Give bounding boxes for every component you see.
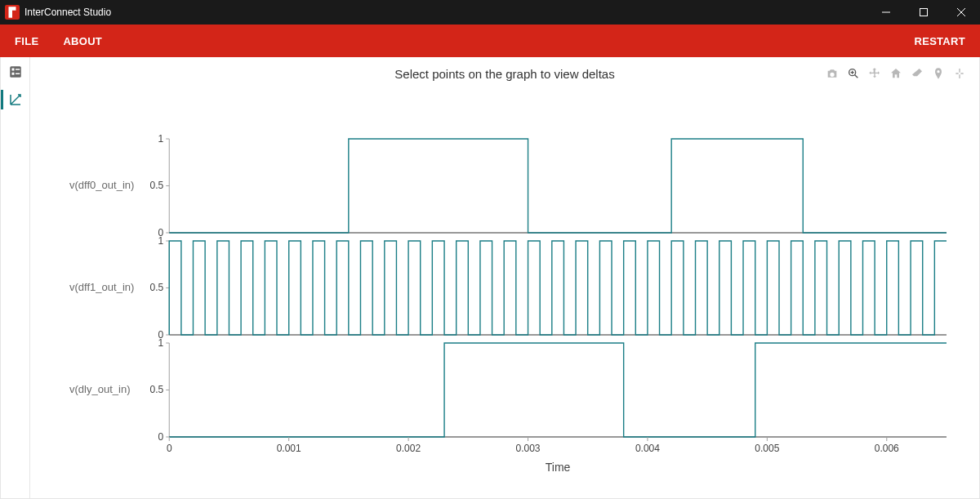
svg-text:0.006: 0.006 <box>875 443 899 454</box>
svg-text:0.005: 0.005 <box>755 443 779 454</box>
modebar-camera-icon[interactable] <box>824 65 840 82</box>
svg-rect-2 <box>10 66 21 78</box>
svg-rect-4 <box>16 69 20 70</box>
svg-text:1: 1 <box>158 133 164 145</box>
main-panel: Select points on the graph to view delta… <box>30 57 979 498</box>
menu-restart[interactable]: RESTART <box>914 35 965 47</box>
modebar-zoom-icon[interactable] <box>845 65 862 82</box>
svg-text:0: 0 <box>167 443 172 454</box>
svg-text:1: 1 <box>158 337 164 349</box>
menu-file[interactable]: FILE <box>15 35 38 47</box>
left-sidebar <box>1 57 30 498</box>
svg-rect-3 <box>11 69 14 71</box>
svg-text:v(dff0_out_in): v(dff0_out_in) <box>69 180 134 192</box>
svg-rect-6 <box>16 74 20 75</box>
chart-area[interactable]: 00.51v(dff0_out_in)00.51v(dff1_out_in)00… <box>63 106 955 482</box>
window-titlebar: InterConnect Studio <box>0 0 980 25</box>
svg-rect-5 <box>11 73 14 75</box>
sidebar-form-button[interactable] <box>6 62 25 82</box>
svg-text:0.001: 0.001 <box>277 443 301 454</box>
window-close-button[interactable] <box>942 0 980 25</box>
window-maximize-button[interactable] <box>905 0 942 25</box>
svg-text:0.5: 0.5 <box>150 283 164 294</box>
modebar-spike-icon[interactable] <box>930 65 947 82</box>
sidebar-plot-button[interactable] <box>1 90 29 109</box>
svg-text:0.004: 0.004 <box>635 443 660 454</box>
svg-text:0.003: 0.003 <box>515 443 540 454</box>
plot-modebar <box>824 65 968 82</box>
app-icon <box>5 5 20 20</box>
modebar-autoscale-icon[interactable] <box>951 65 968 82</box>
svg-text:Time: Time <box>546 461 571 474</box>
modebar-home-icon[interactable] <box>888 65 904 82</box>
svg-text:0.002: 0.002 <box>396 443 421 454</box>
svg-text:0.5: 0.5 <box>150 385 164 396</box>
window-minimize-button[interactable] <box>867 0 905 25</box>
menu-about[interactable]: ABOUT <box>63 35 102 47</box>
menubar: FILE ABOUT RESTART <box>0 25 980 57</box>
svg-text:v(dff1_out_in): v(dff1_out_in) <box>69 282 134 294</box>
svg-rect-1 <box>920 9 928 16</box>
svg-text:0.5: 0.5 <box>150 180 164 192</box>
svg-text:v(dly_out_in): v(dly_out_in) <box>69 384 131 396</box>
modebar-pan-icon[interactable] <box>866 65 883 82</box>
app-title: InterConnect Studio <box>24 7 111 18</box>
svg-text:0: 0 <box>158 431 164 443</box>
svg-text:1: 1 <box>158 235 164 247</box>
modebar-eraser-icon[interactable] <box>909 65 925 82</box>
